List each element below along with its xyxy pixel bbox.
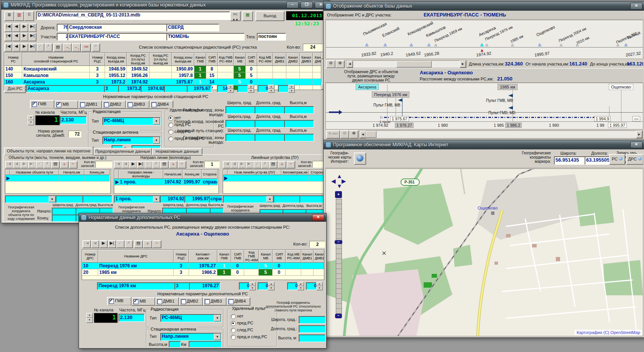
station-box-aksariha[interactable]: Аксариха [356, 84, 379, 90]
drs-lon-field[interactable] [299, 325, 325, 333]
antenna-height-field[interactable] [169, 341, 181, 347]
dropdown-arrow-icon[interactable]: ▼ [266, 196, 273, 202]
col-header[interactable]: Номер РЦС [174, 250, 189, 263]
geo-entry-alt-field[interactable] [284, 106, 314, 114]
zoom-out-button[interactable]: ⊖ [326, 60, 335, 68]
p3-name-combo[interactable]: ▼ [223, 195, 274, 203]
list-insert-button[interactable]: →̟ [62, 43, 72, 52]
col-header[interactable]: Канал ДМВ1 [273, 53, 286, 66]
close-button[interactable]: ✕ [630, 3, 642, 10]
p1-cancel-button[interactable]: ✗ [43, 161, 51, 169]
extra-edit-button[interactable]: ▤ [134, 240, 143, 248]
remote-none-radio[interactable] [231, 314, 236, 319]
extra-prev-button[interactable]: ◀ [91, 240, 99, 248]
pan-left-icon[interactable]: ◀ [331, 178, 336, 185]
close-button[interactable]: ✕ [312, 214, 324, 221]
list-cancel-button[interactable]: ✗ [44, 43, 53, 52]
col-header[interactable]: Канал ДМВ2 [314, 250, 324, 263]
p2-first-button[interactable]: |◀ [114, 161, 122, 169]
band-tab-dmv1[interactable]: ДМВ1 [155, 297, 179, 306]
minimize-button[interactable]: – [286, 2, 299, 8]
table-row[interactable]: 201985 км31986.21050 [82, 269, 324, 276]
geo-entry-lat-field[interactable] [225, 106, 255, 114]
rs-diagram-button[interactable]: РС▲▲ [230, 11, 241, 21]
p1-edit-button[interactable]: ▤ [51, 161, 60, 169]
extra-cancel-button[interactable]: ✗ [125, 240, 133, 248]
antenna-type-combo[interactable]: Напр.линия▼ [160, 333, 222, 341]
db-path-field[interactable]: D:\MICRAD\micrad_m_СВЕРД_05-11-2013.mdb [36, 11, 230, 20]
road-prev-button[interactable]: ◀ [12, 23, 20, 32]
gmv-checkbox[interactable] [32, 102, 37, 107]
traction-field[interactable]: постоян [257, 33, 286, 41]
col-header[interactable]: Канал ДМВ4 [313, 53, 321, 66]
road-name-field[interactable]: Свердловская [67, 24, 169, 31]
record-rs-button[interactable]: РС [609, 154, 625, 165]
col-header[interactable]: Канал МВ [234, 53, 246, 66]
extra-insert-button[interactable]: ＋ [143, 240, 152, 248]
geo-exit-alt-field[interactable] [284, 134, 314, 141]
dmv2-checkbox[interactable] [104, 102, 109, 107]
p3-prev-button[interactable]: ◀ [230, 161, 238, 169]
copy-db-button[interactable]: ▥ [14, 11, 24, 21]
dropdown-arrow-icon[interactable]: ▼ [49, 196, 56, 202]
band-tab-dmv4[interactable]: ДМВ4 [227, 297, 250, 306]
geo-exit-lon-field[interactable] [255, 134, 284, 141]
p1-accept-button[interactable]: ✓ [36, 161, 44, 169]
col-header[interactable]: СИП ГМВ [206, 53, 217, 66]
band-tab-mv[interactable]: МВ [54, 100, 78, 109]
col-header[interactable]: Канал МВ [259, 250, 273, 263]
scroll-thumb[interactable] [396, 61, 432, 67]
p3-insert-button[interactable]: ＋ [278, 161, 286, 169]
col-header[interactable]: Номер ДРС [82, 250, 98, 263]
scroll-left-button[interactable]: ◀ [347, 61, 353, 68]
scroll-right-button[interactable]: ▶ [460, 61, 466, 68]
signal-norm-field[interactable]: 72 [68, 131, 81, 138]
map-button[interactable]: ▦ [242, 11, 253, 21]
channel-spinner[interactable]: ▲▼ [86, 313, 93, 323]
col-header[interactable]: Канал ДМВ3 [300, 53, 313, 66]
section-first-button[interactable]: |◀ [4, 33, 12, 41]
mv-sip-spinner[interactable]: ▲▼ [288, 85, 295, 93]
col-header[interactable]: Назв.линейн.устр-ва (ЛУ) [228, 170, 281, 175]
p1-delete-button[interactable]: − [69, 161, 77, 169]
p1-next-button[interactable]: ▶ [20, 161, 28, 169]
antenna-km-field[interactable] [189, 341, 222, 347]
edit-zin-field[interactable]: 1973.2 [118, 85, 143, 92]
pan-down-icon[interactable]: ▼ [337, 183, 342, 189]
col-header[interactable]: Километраж,км [281, 170, 309, 175]
col-header[interactable]: Коорд.зоны въезда,км [105, 53, 127, 66]
band-tab-dmv2[interactable]: ДМВ2 [179, 297, 203, 306]
freq-field[interactable]: 2.130 [60, 116, 87, 124]
dop-rs-button[interactable]: Доп.РС [4, 85, 26, 93]
col-header[interactable]: Коорд.РС (гл.путь) выезд,км [150, 53, 172, 66]
display-titlebar[interactable]: Отображение объектов базы данных ✕ [324, 2, 644, 11]
col-header[interactable]: Конец,км [84, 170, 110, 175]
station-marker[interactable]: ▲ [364, 42, 370, 47]
map-titlebar[interactable]: Программное обеспечение МИКРАД. Карты Ин… [324, 140, 644, 149]
map-canvas[interactable]: Ощепково Р-351 ▲ ◀ ▶ ▼ + − − Картография… [325, 169, 643, 336]
col-header[interactable]: Название основной стационарной РС [22, 53, 90, 66]
dropdown-arrow-icon[interactable]: ▼ [153, 137, 160, 144]
dmv3-checkbox[interactable] [205, 299, 210, 304]
edit-pout-field[interactable] [164, 85, 189, 92]
record-drs-button[interactable]: ДРС [626, 154, 643, 165]
extra-delete-button[interactable]: − [152, 240, 161, 248]
col-header[interactable]: Название объекта пути [10, 170, 59, 175]
col-header[interactable]: Канал ГМВ [217, 250, 231, 263]
section-name-field[interactable]: ЕКАТЕРИНБУРГ-ПАСС [67, 33, 169, 41]
extra-titlebar[interactable]: Нормативные данные дополнительных РС ✕ [79, 213, 326, 222]
band-tab-gmv[interactable]: ГМВ [107, 297, 131, 306]
band-tab-dmv2[interactable]: ДМВ2 [102, 100, 126, 109]
crossing-box-1976[interactable]: Пеерезд 1976 км [372, 92, 409, 98]
edit-rcs-field[interactable]: 3 [104, 85, 120, 92]
tree-button[interactable]: ⠿ [24, 11, 34, 21]
zoom-in-button[interactable]: ⊕ [335, 60, 345, 68]
col-header[interactable]: Название ДРС [98, 250, 174, 263]
band-tab-mv[interactable]: МВ [131, 297, 155, 306]
band-tab-dmv1[interactable]: ДМВ1 [78, 100, 102, 109]
p1-end-lat-field[interactable] [52, 214, 77, 222]
col-header[interactable]: Код МВ РС-46М [286, 250, 301, 263]
crossing-marker[interactable]: ▲ [434, 43, 438, 47]
mv-checkbox[interactable] [133, 299, 138, 304]
drs-gmv-sip-spinner[interactable]: ▲▼ [268, 282, 274, 290]
